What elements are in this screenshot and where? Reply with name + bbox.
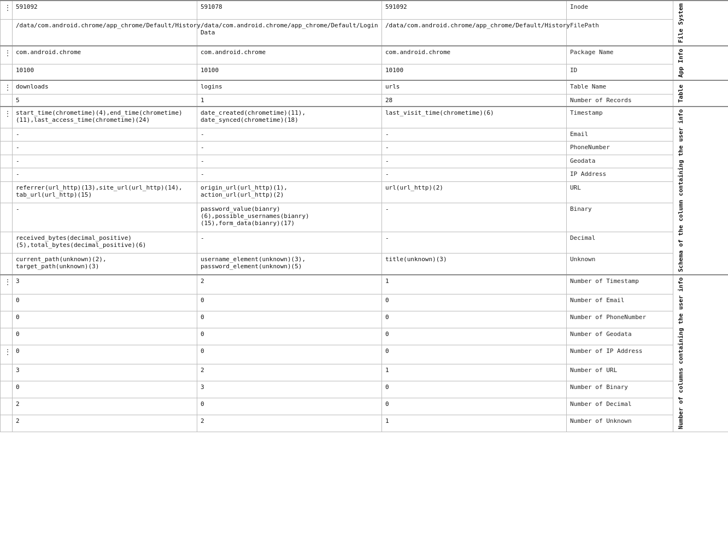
row-label: Package Name (567, 46, 673, 64)
row-icon (1, 168, 13, 181)
data-cell-2-0-1: logins (197, 80, 382, 95)
row-label: Geodata (567, 155, 673, 168)
row-label: Decimal (567, 232, 673, 253)
data-cell-4-2-1: 0 (197, 311, 382, 328)
data-cell-2-1-2: 28 (382, 94, 567, 107)
data-cell-3-8-2: title(unknown)(3) (382, 253, 567, 275)
data-cell-4-7-0: 2 (13, 398, 197, 415)
data-cell-3-2-1: - (197, 142, 382, 155)
section-label-0: File System (673, 1, 729, 46)
row-label: Table Name (567, 80, 673, 95)
data-cell-3-7-0: received_bytes(decimal_positive)(5),tota… (13, 232, 197, 253)
data-cell-4-0-1: 2 (197, 275, 382, 294)
row-label: Inode (567, 1, 673, 20)
row-label: Timestamp (567, 107, 673, 128)
data-cell-4-1-1: 0 (197, 294, 382, 311)
data-cell-3-8-1: username_element(unknown)(3), password_e… (197, 253, 382, 275)
data-cell-4-2-2: 0 (382, 311, 567, 328)
row-icon: ⋮ (1, 80, 13, 95)
data-cell-3-7-2: - (382, 232, 567, 253)
data-cell-3-0-1: date_created(chrometime)(11), date_synce… (197, 107, 382, 128)
data-cell-3-1-1: - (197, 128, 382, 141)
data-cell-3-4-2: - (382, 168, 567, 181)
data-cell-4-3-1: 0 (197, 328, 382, 345)
section-label-2: Table (673, 80, 729, 107)
data-cell-4-5-1: 2 (197, 364, 382, 381)
row-label: Number of Unknown (567, 415, 673, 432)
row-label: Number of Email (567, 294, 673, 311)
data-cell-4-3-0: 0 (13, 328, 197, 345)
data-cell-4-2-0: 0 (13, 311, 197, 328)
row-label: FilePath (567, 20, 673, 46)
data-cell-4-6-2: 0 (382, 381, 567, 398)
row-label: Email (567, 128, 673, 141)
data-cell-3-6-2: - (382, 203, 567, 232)
row-icon (1, 128, 13, 141)
row-icon (1, 253, 13, 275)
data-cell-3-2-2: - (382, 142, 567, 155)
data-cell-4-4-0: 0 (13, 345, 197, 364)
data-cell-3-3-0: - (13, 155, 197, 168)
data-cell-2-0-2: urls (382, 80, 567, 95)
row-label: Number of Records (567, 94, 673, 107)
row-icon (1, 232, 13, 253)
data-cell-1-0-0: com.android.chrome (13, 46, 197, 64)
data-cell-3-0-0: start_time(chrometime)(4),end_time(chrom… (13, 107, 197, 128)
row-label: Number of Timestamp (567, 275, 673, 294)
data-cell-3-1-0: - (13, 128, 197, 141)
data-cell-0-0-0: 591092 (13, 1, 197, 20)
row-label: IP Address (567, 168, 673, 181)
data-cell-3-3-1: - (197, 155, 382, 168)
row-icon (1, 94, 13, 107)
data-cell-0-1-1: /data/com.android.chrome/app_chrome/Defa… (197, 20, 382, 46)
data-cell-4-6-0: 0 (13, 381, 197, 398)
row-icon (1, 364, 13, 381)
row-icon (1, 328, 13, 345)
row-label: Number of IP Address (567, 345, 673, 364)
row-icon (1, 203, 13, 232)
row-icon (1, 20, 13, 46)
data-cell-4-4-1: 0 (197, 345, 382, 364)
data-cell-0-0-2: 591092 (382, 1, 567, 20)
row-label: Number of PhoneNumber (567, 311, 673, 328)
data-cell-4-1-2: 0 (382, 294, 567, 311)
data-cell-3-6-1: password_value(bianry)(6),possible_usern… (197, 203, 382, 232)
data-cell-3-7-1: - (197, 232, 382, 253)
data-cell-3-5-1: origin_url(url_http)(1), action_url(url_… (197, 181, 382, 203)
data-cell-3-3-2: - (382, 155, 567, 168)
row-icon: ⋮ (1, 46, 13, 64)
data-cell-3-1-2: - (382, 128, 567, 141)
data-cell-3-4-0: - (13, 168, 197, 181)
data-cell-4-0-2: 1 (382, 275, 567, 294)
row-icon (1, 415, 13, 432)
row-label: Number of Decimal (567, 398, 673, 415)
row-icon (1, 381, 13, 398)
section-label-3: Schema of the column containing the user… (673, 107, 729, 275)
row-label: PhoneNumber (567, 142, 673, 155)
data-cell-3-6-0: - (13, 203, 197, 232)
data-cell-0-1-0: /data/com.android.chrome/app_chrome/Defa… (13, 20, 197, 46)
row-label: Number of Binary (567, 381, 673, 398)
data-cell-3-8-0: current_path(unknown)(2), target_path(un… (13, 253, 197, 275)
row-icon: ⋮ (1, 107, 13, 128)
row-label: Unknown (567, 253, 673, 275)
data-cell-3-2-0: - (13, 142, 197, 155)
row-label: URL (567, 181, 673, 203)
data-cell-4-4-2: 0 (382, 345, 567, 364)
data-cell-2-0-0: downloads (13, 80, 197, 95)
data-cell-2-1-1: 1 (197, 94, 382, 107)
row-icon (1, 155, 13, 168)
data-cell-1-0-2: com.android.chrome (382, 46, 567, 64)
data-cell-4-7-1: 0 (197, 398, 382, 415)
data-cell-1-0-1: com.android.chrome (197, 46, 382, 64)
data-cell-3-5-0: referrer(url_http)(13),site_url(url_http… (13, 181, 197, 203)
row-icon (1, 311, 13, 328)
data-cell-0-0-1: 591078 (197, 1, 382, 20)
data-cell-3-4-1: - (197, 168, 382, 181)
row-icon (1, 64, 13, 80)
data-cell-4-8-2: 1 (382, 415, 567, 432)
data-cell-1-1-2: 10100 (382, 64, 567, 80)
section-label-4: Number of columns containing the user in… (673, 275, 729, 432)
row-label: Number of URL (567, 364, 673, 381)
data-cell-3-5-2: url(url_http)(2) (382, 181, 567, 203)
